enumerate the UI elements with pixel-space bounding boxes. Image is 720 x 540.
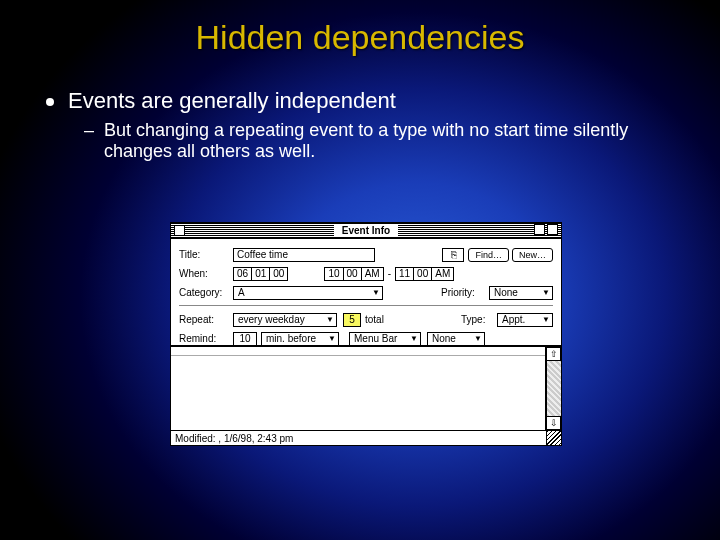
remind-sound-dropdown[interactable]: None▼ — [427, 332, 485, 346]
title-field[interactable]: Coffee time — [233, 248, 375, 262]
status-text: Modified: , 1/6/98, 2:43 pm — [171, 433, 546, 444]
window-title: Event Info — [171, 225, 561, 236]
type-label: Type: — [461, 314, 497, 325]
priority-label: Priority: — [441, 287, 489, 298]
remind-unit-dropdown[interactable]: min. before▼ — [261, 332, 339, 346]
close-button[interactable] — [174, 225, 185, 236]
titlebar: Event Info — [171, 223, 561, 239]
find-button[interactable]: Find… — [468, 248, 509, 262]
chevron-down-icon: ▼ — [322, 315, 334, 324]
chevron-down-icon: ▼ — [324, 334, 336, 343]
start-time-field[interactable]: 10 00 AM — [324, 267, 383, 281]
chevron-down-icon: ▼ — [538, 315, 550, 324]
slide-body: Events are generally independent – But c… — [46, 88, 676, 162]
event-info-dialog: Event Info Title: Coffee time ⎘ Find… Ne… — [170, 222, 562, 446]
new-button[interactable]: New… — [512, 248, 553, 262]
chevron-down-icon: ▼ — [406, 334, 418, 343]
category-label: Category: — [179, 287, 233, 298]
form-area: Title: Coffee time ⎘ Find… New… When: 06… — [171, 239, 561, 348]
remind-target-dropdown[interactable]: Menu Bar▼ — [349, 332, 421, 346]
chevron-down-icon: ▼ — [470, 334, 482, 343]
remind-label: Remind: — [179, 333, 233, 344]
notes-textarea[interactable] — [171, 347, 546, 430]
category-dropdown[interactable]: A▼ — [233, 286, 383, 300]
repeat-label: Repeat: — [179, 314, 233, 325]
resize-grip-icon[interactable] — [546, 431, 561, 446]
total-label: total — [365, 314, 384, 325]
type-dropdown[interactable]: Appt.▼ — [497, 313, 553, 327]
notes-area: ⇧ ⇩ — [171, 345, 561, 430]
remind-value-field[interactable]: 10 — [233, 332, 257, 346]
chevron-down-icon: ▼ — [368, 288, 380, 297]
statusbar: Modified: , 1/6/98, 2:43 pm — [171, 430, 561, 445]
priority-dropdown[interactable]: None▼ — [489, 286, 553, 300]
repeat-dropdown[interactable]: every weekday▼ — [233, 313, 337, 327]
scroll-track[interactable] — [546, 361, 561, 416]
date-field[interactable]: 06 01 00 — [233, 267, 288, 281]
title-label: Title: — [179, 249, 233, 260]
repeat-count-field[interactable]: 5 — [343, 313, 361, 327]
time-dash: - — [384, 268, 395, 279]
chevron-down-icon: ▼ — [538, 288, 550, 297]
dash-icon: – — [84, 120, 94, 162]
slide-title: Hidden dependencies — [0, 18, 720, 57]
end-time-field[interactable]: 11 00 AM — [395, 267, 454, 281]
when-label: When: — [179, 268, 233, 279]
link-dropdown[interactable]: ⎘ — [442, 248, 464, 262]
scroll-up-icon[interactable]: ⇧ — [546, 347, 561, 361]
bullet-icon — [46, 98, 54, 106]
separator — [179, 305, 553, 306]
sub-bullet-text: But changing a repeating event to a type… — [104, 120, 676, 162]
main-bullet-text: Events are generally independent — [68, 88, 396, 114]
scroll-down-icon[interactable]: ⇩ — [546, 416, 561, 430]
scrollbar[interactable]: ⇧ ⇩ — [546, 347, 561, 430]
